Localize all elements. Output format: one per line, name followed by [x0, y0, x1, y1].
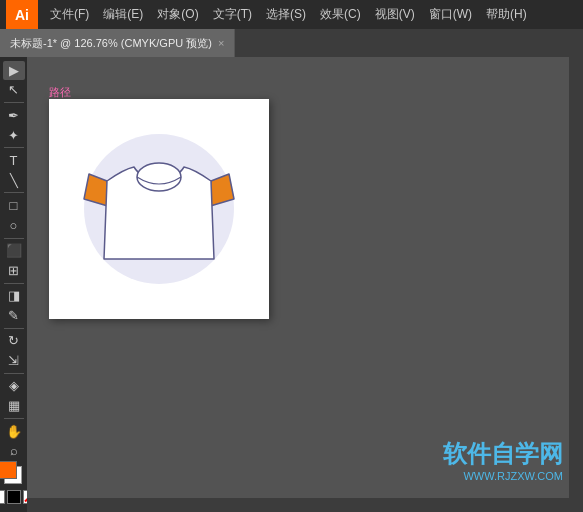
menu-object[interactable]: 对象(O) — [151, 4, 204, 25]
eyedropper-tool[interactable]: ✎ — [3, 306, 25, 325]
fill-swatch[interactable] — [0, 461, 17, 479]
menu-text[interactable]: 文字(T) — [207, 4, 258, 25]
rotate-tool[interactable]: ↻ — [3, 332, 25, 351]
tool-separator-7 — [4, 373, 24, 374]
tshirt-svg — [69, 119, 249, 299]
path-label: 路径 — [49, 85, 71, 100]
menu-view[interactable]: 视图(V) — [369, 4, 421, 25]
swap-colors-button[interactable] — [7, 490, 21, 504]
anchor-tool[interactable]: ✦ — [3, 126, 25, 145]
rectangle-tool[interactable]: □ — [3, 196, 25, 215]
tab-close-button[interactable]: × — [218, 37, 224, 49]
hand-tool[interactable]: ✋ — [3, 422, 25, 441]
horizontal-scrollbar[interactable] — [27, 498, 583, 512]
svg-point-1 — [137, 163, 181, 191]
menu-effect[interactable]: 效果(C) — [314, 4, 367, 25]
tool-separator-6 — [4, 328, 24, 329]
tool-separator-3 — [4, 192, 24, 193]
menu-items: 文件(F) 编辑(E) 对象(O) 文字(T) 选择(S) 效果(C) 视图(V… — [44, 4, 533, 25]
tool-separator-1 — [4, 102, 24, 103]
tab-title: 未标题-1* @ 126.76% (CMYK/GPU 预览) — [10, 36, 212, 51]
mesh-tool[interactable]: ⊞ — [3, 261, 25, 280]
main-area: ▶ ↖ ✒ ✦ T ╲ □ ○ ⬛ ⊞ ◨ ✎ ↻ ⇲ ◈ ▦ ✋ ⌕ — [0, 57, 583, 512]
menu-file[interactable]: 文件(F) — [44, 4, 95, 25]
paint-tool[interactable]: ⬛ — [3, 241, 25, 260]
tab-bar: 未标题-1* @ 126.76% (CMYK/GPU 预览) × — [0, 29, 583, 57]
watermark: 软件自学网 WWW.RJZXW.COM — [443, 438, 563, 482]
tool-separator-2 — [4, 147, 24, 148]
menu-bar: Ai 文件(F) 编辑(E) 对象(O) 文字(T) 选择(S) 效果(C) 视… — [0, 0, 583, 29]
tshirt-container — [49, 99, 269, 319]
symbol-tool[interactable]: ◈ — [3, 377, 25, 396]
tool-separator-4 — [4, 238, 24, 239]
select-tool[interactable]: ▶ — [3, 61, 25, 80]
pen-tool[interactable]: ✒ — [3, 106, 25, 125]
swatch-stack[interactable] — [0, 461, 29, 487]
default-colors-button[interactable] — [0, 490, 5, 504]
zoom-tool[interactable]: ⌕ — [3, 441, 25, 460]
tool-separator-5 — [4, 283, 24, 284]
ellipse-tool[interactable]: ○ — [3, 216, 25, 235]
chart-tool[interactable]: ▦ — [3, 396, 25, 415]
line-tool[interactable]: ╲ — [3, 171, 25, 190]
menu-help[interactable]: 帮助(H) — [480, 4, 533, 25]
vertical-scrollbar[interactable] — [569, 57, 583, 498]
direct-select-tool[interactable]: ↖ — [3, 81, 25, 100]
canvas-area[interactable]: × 路径 软件自学网 WWW.RJZX — [27, 57, 583, 512]
ai-logo: Ai — [6, 0, 38, 29]
gradient-tool[interactable]: ◨ — [3, 286, 25, 305]
watermark-main-text: 软件自学网 — [443, 438, 563, 470]
menu-edit[interactable]: 编辑(E) — [97, 4, 149, 25]
document-tab[interactable]: 未标题-1* @ 126.76% (CMYK/GPU 预览) × — [0, 29, 235, 57]
menu-window[interactable]: 窗口(W) — [423, 4, 478, 25]
watermark-sub-text: WWW.RJZXW.COM — [443, 470, 563, 482]
toolbar-left: ▶ ↖ ✒ ✦ T ╲ □ ○ ⬛ ⊞ ◨ ✎ ↻ ⇲ ◈ ▦ ✋ ⌕ — [0, 57, 27, 512]
scale-tool[interactable]: ⇲ — [3, 351, 25, 370]
menu-select[interactable]: 选择(S) — [260, 4, 312, 25]
tool-separator-8 — [4, 418, 24, 419]
text-tool[interactable]: T — [3, 151, 25, 170]
